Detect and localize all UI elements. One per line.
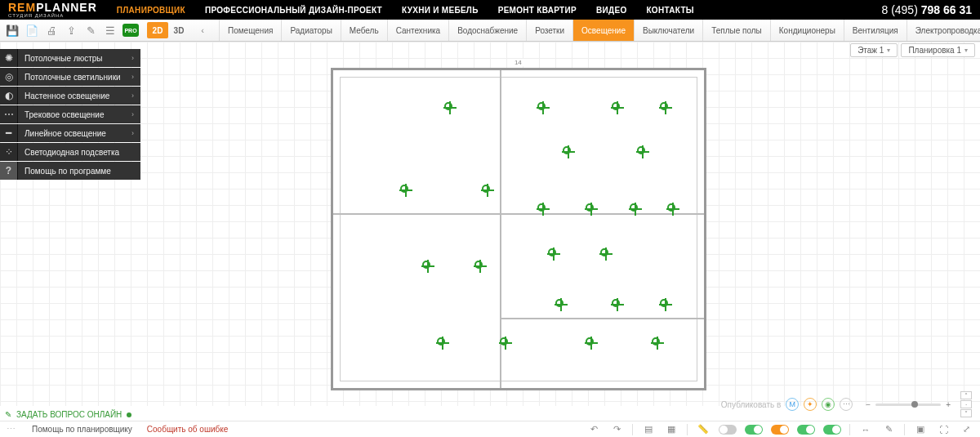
layers-icon[interactable]: ☰ bbox=[103, 23, 118, 38]
floor-plan[interactable]: 14 bbox=[331, 68, 706, 390]
palette-label: Светодиодная подсветка bbox=[24, 148, 119, 157]
ask-online-button[interactable]: ✎ ЗАДАТЬ ВОПРОС ОНЛАЙН bbox=[5, 410, 131, 419]
pan-down-icon[interactable]: ˅ bbox=[960, 409, 972, 417]
phone-prefix: 8 (495) bbox=[881, 3, 920, 16]
tab-sockets[interactable]: Розетки bbox=[526, 20, 572, 41]
tab-switches[interactable]: Выключатели bbox=[634, 20, 702, 41]
palette-ceiling-lights[interactable]: Потолочные светильники› bbox=[18, 68, 140, 86]
wall-light-icon: ◐ bbox=[0, 87, 18, 105]
ruler-icon[interactable]: 📏 bbox=[696, 423, 710, 436]
view-3d-button[interactable]: 3D bbox=[168, 22, 189, 38]
tab-ventilation[interactable]: Вентиляция bbox=[844, 20, 906, 41]
chevron-right-icon: › bbox=[131, 54, 134, 62]
topmenu-planner[interactable]: ПЛАНИРОВЩИК bbox=[117, 6, 185, 15]
publish-label: Опубликовать в bbox=[721, 400, 781, 409]
linear-light-icon: ━ bbox=[0, 124, 18, 142]
layer-icon[interactable]: ▤ bbox=[641, 423, 656, 436]
top-nav: REMPLANNER СТУДИЯ ДИЗАЙНА ПЛАНИРОВЩИК ПР… bbox=[0, 0, 980, 20]
scroll-left-icon[interactable]: ‹ bbox=[194, 25, 211, 35]
tab-plumbing[interactable]: Сантехника bbox=[387, 20, 449, 41]
canvas[interactable]: 14 bbox=[0, 42, 980, 406]
pan-center-icon[interactable]: · bbox=[960, 400, 972, 408]
publish-ok-icon[interactable]: ✦ bbox=[804, 398, 817, 411]
logo-sub: СТУДИЯ ДИЗАЙНА bbox=[8, 13, 64, 18]
measure-icon[interactable]: ↔ bbox=[858, 423, 873, 436]
publish-vk-icon[interactable]: M bbox=[786, 398, 799, 411]
category-tabs: Помещения Радиаторы Мебель Сантехника Во… bbox=[219, 20, 980, 41]
zoom-out-icon[interactable]: − bbox=[866, 400, 871, 409]
logo[interactable]: REMPLANNER СТУДИЯ ДИЗАЙНА bbox=[8, 2, 97, 18]
chandelier-icon: ✺ bbox=[0, 49, 18, 67]
zoom-slider[interactable] bbox=[875, 404, 941, 406]
new-icon[interactable]: 📄 bbox=[24, 23, 39, 38]
led-strip-icon: ⁘ bbox=[0, 143, 18, 161]
floor-selector[interactable]: Этаж 1▾ bbox=[850, 43, 898, 57]
chevron-down-icon: ▾ bbox=[964, 47, 968, 54]
publish-share-icon[interactable]: ◉ bbox=[822, 398, 835, 411]
toggle-dimensions[interactable] bbox=[719, 425, 737, 435]
help-link[interactable]: Помощь по планировщику bbox=[32, 425, 132, 434]
footer-dots-icon: ⋯ bbox=[7, 424, 17, 435]
tab-furniture[interactable]: Мебель bbox=[341, 20, 387, 41]
pan-up-icon[interactable]: ˄ bbox=[960, 391, 972, 399]
view-2d-button[interactable]: 2D bbox=[147, 22, 168, 38]
tab-warmfloor[interactable]: Теплые полы bbox=[702, 20, 770, 41]
chevron-right-icon: › bbox=[131, 110, 134, 118]
fit-icon[interactable]: ⛶ bbox=[936, 423, 951, 436]
topmenu-design[interactable]: ПРОФЕССИОНАЛЬНЫЙ ДИЗАЙН-ПРОЕКТ bbox=[205, 6, 382, 15]
logo-planner: PLANNER bbox=[36, 1, 97, 14]
floor-label: Этаж 1 bbox=[858, 46, 884, 55]
topmenu-kitchen[interactable]: КУХНИ И МЕБЕЛЬ bbox=[402, 6, 479, 15]
tab-wiring[interactable]: Электропроводка bbox=[906, 20, 980, 41]
palette-help[interactable]: Помощь по программе bbox=[18, 162, 140, 180]
toggle-labels[interactable] bbox=[745, 425, 763, 435]
fullscreen-icon[interactable]: ⤢ bbox=[959, 423, 973, 436]
footer: ⋯ Помощь по планировщику Сообщить об оши… bbox=[0, 421, 980, 437]
palette-label: Потолочные светильники bbox=[24, 73, 121, 82]
palette-linear-lights[interactable]: Линейное освещение› bbox=[18, 124, 140, 142]
save-icon[interactable]: 💾 bbox=[5, 23, 20, 38]
topmenu-renovation[interactable]: РЕМОНТ КВАРТИР bbox=[498, 6, 577, 15]
logo-rem: REM bbox=[8, 1, 36, 14]
tab-radiators[interactable]: Радиаторы bbox=[281, 20, 340, 41]
palette-label: Потолочные люстры bbox=[24, 54, 103, 63]
toggle-furniture[interactable] bbox=[797, 425, 815, 435]
palette-label: Трековое освещение bbox=[24, 110, 105, 119]
undo-icon[interactable]: ↶ bbox=[586, 423, 601, 436]
toggle-grid[interactable] bbox=[823, 425, 841, 435]
view-toggle: 2D 3D bbox=[147, 22, 189, 38]
share-icon[interactable]: ⇪ bbox=[64, 23, 78, 38]
layout-selector[interactable]: Планировка 1▾ bbox=[901, 43, 975, 57]
layout-label: Планировка 1 bbox=[908, 46, 961, 55]
tab-ac[interactable]: Кондиционеры bbox=[770, 20, 844, 41]
phone-number[interactable]: 8 (495) 798 66 31 bbox=[881, 3, 972, 16]
tools-icon[interactable]: ✎ bbox=[83, 23, 98, 38]
tab-rooms[interactable]: Помещения bbox=[219, 20, 281, 41]
redo-icon[interactable]: ↷ bbox=[609, 423, 624, 436]
palette-label: Помощь по программе bbox=[24, 167, 111, 176]
help-icon: ? bbox=[0, 162, 18, 180]
tab-water[interactable]: Водоснабжение bbox=[448, 20, 526, 41]
publish-more-icon[interactable]: ⋯ bbox=[840, 398, 853, 411]
footer-tools: ↶ ↷ ▤ ▦ 📏 ↔ ✎ ▣ ⛶ ⤢ bbox=[586, 423, 973, 436]
palette-track-lights[interactable]: Трековое освещение› bbox=[18, 105, 140, 123]
toggle-lighting[interactable] bbox=[771, 425, 789, 435]
palette-wall-lights[interactable]: Настенное освещение› bbox=[18, 87, 140, 105]
topmenu-video[interactable]: ВИДЕО bbox=[596, 6, 626, 15]
palette-chandeliers[interactable]: Потолочные люстры› bbox=[18, 49, 140, 67]
print-icon[interactable]: 🖨 bbox=[44, 23, 59, 38]
chevron-right-icon: › bbox=[131, 129, 134, 137]
top-menu: ПЛАНИРОВЩИК ПРОФЕССИОНАЛЬНЫЙ ДИЗАЙН-ПРОЕ… bbox=[117, 6, 882, 15]
tab-lighting[interactable]: Освещение bbox=[572, 20, 634, 41]
snapshot-icon[interactable]: ▣ bbox=[913, 423, 928, 436]
plan-dim-top: 14 bbox=[511, 59, 525, 66]
bug-report-link[interactable]: Сообщить об ошибке bbox=[147, 425, 228, 434]
palette-led-strip[interactable]: Светодиодная подсветка bbox=[18, 143, 140, 161]
topmenu-contacts[interactable]: КОНТАКТЫ bbox=[646, 6, 693, 15]
zoom-in-icon[interactable]: + bbox=[946, 400, 951, 409]
note-icon[interactable]: ✎ bbox=[881, 423, 896, 436]
grid-icon[interactable]: ▦ bbox=[664, 423, 679, 436]
chevron-down-icon: ▾ bbox=[887, 47, 890, 54]
pro-badge[interactable]: PRO bbox=[122, 24, 139, 37]
track-light-icon: ⋯ bbox=[0, 105, 18, 123]
